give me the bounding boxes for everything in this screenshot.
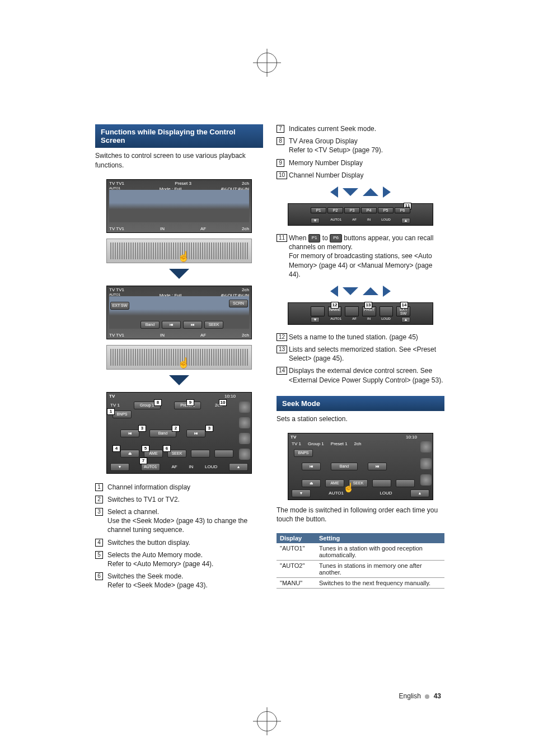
up-arrow-button[interactable]: ▲ [401, 218, 410, 223]
th-setting: Setting [316, 533, 444, 543]
bnps-button[interactable]: BNPS [113, 410, 132, 418]
p1-icon: P1 [308, 234, 321, 242]
seek-button[interactable]: SEEK [204, 321, 223, 329]
tv-screen-preview-2: TV TV1 2ch AUTO1 Mode : Full AV-OUT:AV-I… [106, 286, 252, 339]
blank-button[interactable] [396, 479, 415, 487]
item-text: Sets a name to the tuned station. (page … [289, 333, 418, 341]
blank-button[interactable] [311, 306, 325, 316]
callout-3: 3 [138, 425, 146, 432]
callout-12: 12 [331, 302, 339, 309]
label: 2ch [242, 181, 249, 186]
prev-icon [330, 286, 338, 297]
preset-strip-2: NAME PRST EXT SW 12 13 14 ▼ AUTO1 AF IN … [288, 302, 433, 325]
cell-setting: Tunes in stations in memory one after an… [316, 561, 444, 578]
num-box: 10 [277, 171, 287, 179]
down-icon [343, 287, 358, 295]
auto-label: AUTO1 [330, 317, 341, 323]
item-sub: Refer to <Seek Mode> (page 43). [107, 581, 263, 590]
switch-button[interactable]: ⏏ [120, 450, 139, 458]
group-label: Group 1 [308, 441, 324, 446]
blank-button[interactable] [214, 450, 233, 458]
side-icon[interactable] [420, 474, 432, 486]
item-text: When P1 to P6 buttons appear, you can re… [289, 234, 433, 251]
arrow-down-icon [169, 269, 189, 279]
next-button[interactable]: ⏭ [186, 430, 205, 437]
label: TV TV1 [109, 333, 124, 338]
up-arrow-button[interactable]: ▲ [401, 317, 410, 323]
num-box: 8 [277, 137, 284, 145]
label: 2ch [242, 287, 249, 292]
item-text: Memory Number Display [289, 159, 363, 167]
num-box: 11 [277, 234, 287, 242]
side-icon[interactable] [420, 458, 432, 469]
scrn-button[interactable]: SCRN [229, 300, 248, 307]
next-button[interactable]: ⏭ [368, 463, 387, 470]
prev-button[interactable]: ⏮ [162, 321, 181, 329]
side-icon[interactable] [239, 417, 250, 428]
blank-button[interactable] [380, 306, 394, 316]
down-arrow-button[interactable]: ▼ [311, 317, 320, 323]
in-label: IN [367, 218, 371, 223]
lang-label: English [399, 692, 421, 700]
section-desc: Switches to control screen to use variou… [95, 151, 263, 170]
down-arrow-button[interactable]: ▼ [311, 218, 320, 223]
up-arrow-button[interactable]: ▲ [229, 463, 248, 471]
p1-button[interactable]: P1 [311, 207, 326, 213]
bnps-button[interactable]: BNPS [294, 449, 313, 457]
ame-button[interactable]: AME [325, 479, 344, 487]
side-icon[interactable] [420, 441, 432, 452]
auto-label: AUTO1 [330, 218, 341, 223]
auto-button[interactable]: AUTO1 [141, 463, 160, 471]
callout-4: 4 [113, 445, 120, 452]
blank-button[interactable] [372, 479, 391, 487]
callout-2: 2 [172, 425, 180, 432]
down-arrow-button[interactable]: ▼ [292, 489, 311, 497]
band-button[interactable]: Band [331, 463, 358, 470]
up-arrow-button[interactable]: ▲ [410, 489, 429, 497]
right-callout-list-11: 11 When P1 to P6 buttons appear, you can… [277, 234, 444, 282]
callout-7: 7 [139, 458, 147, 464]
in-label: IN [189, 464, 193, 469]
cell-display: "MANU" [277, 578, 316, 589]
right-column: 7Indicates current Seek mode. 8TV Area G… [277, 124, 444, 593]
text: When [289, 234, 308, 242]
nav-arrows-2 [277, 286, 444, 297]
item-text: Selects the Auto Memory mode. [107, 551, 203, 559]
prev-button[interactable]: ⏮ [120, 430, 139, 437]
side-icon[interactable] [239, 449, 250, 460]
callout-9: 9 [186, 399, 194, 406]
hand-icon: ☝ [177, 357, 190, 369]
num-box: 5 [95, 551, 103, 559]
item-text: Select a channel. [107, 508, 159, 516]
blank-button[interactable] [345, 306, 359, 316]
side-icon[interactable] [239, 433, 250, 444]
p5-button[interactable]: P5 [378, 207, 394, 213]
preset-label: Preset 1 [331, 441, 348, 446]
title: TV [109, 394, 115, 399]
p2-button[interactable]: P2 [327, 207, 343, 213]
ext-sw-button[interactable]: EXT SW [110, 302, 129, 310]
item-sub: For memory of broadcasting stations, see… [289, 251, 444, 279]
side-icon[interactable] [239, 402, 250, 413]
band-button[interactable]: Band [140, 321, 160, 329]
af-label: AF [352, 317, 357, 323]
prev-button[interactable]: ⏮ [302, 463, 321, 470]
next-button[interactable]: ⏭ [183, 321, 202, 329]
down-arrow-button[interactable]: ▼ [110, 463, 129, 471]
num-box: 14 [277, 367, 287, 375]
loud-label: LOUD [381, 317, 391, 323]
label: AF [200, 333, 206, 338]
p4-button[interactable]: P4 [361, 207, 377, 213]
p6-button[interactable]: P6 [395, 207, 410, 213]
blank-button[interactable] [191, 450, 210, 458]
right-callout-list-2: 12Sets a name to the tuned station. (pag… [277, 333, 444, 388]
title: TV [291, 435, 296, 440]
time-label: 10:10 [406, 435, 417, 440]
p3-button[interactable]: P3 [344, 207, 360, 213]
num-box: 1 [95, 483, 103, 491]
label: 2ch [242, 226, 249, 231]
callout-10: 10 [219, 399, 227, 406]
num-box: 4 [95, 539, 103, 547]
item-text: TV Area Group Display [289, 137, 358, 145]
switch-button[interactable]: ⏏ [302, 479, 321, 487]
